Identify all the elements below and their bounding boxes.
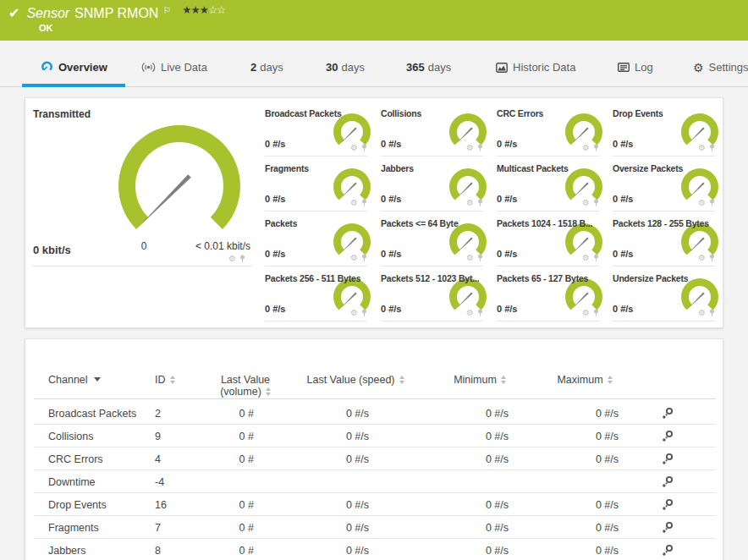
channel-id: 16 <box>155 499 167 511</box>
tab-live-data[interactable]: Live Data <box>141 61 207 74</box>
gauge-settings-gear-icon[interactable]: ⚙ <box>350 144 358 152</box>
channel-settings-icon[interactable] <box>662 544 674 557</box>
gauge-settings-gear-icon[interactable]: ⚙ <box>698 309 706 317</box>
channel-last-value-speed: 0 #/s <box>284 522 369 534</box>
column-header-last-value-speed[interactable]: Last Value (speed) <box>300 374 410 386</box>
sensor-title-row: ✔ Sensor SNMP RMON ⚐ ★★★☆☆ <box>8 4 225 22</box>
channel-gauge-cell: Packets 512 - 1023 Byt... 0 #/s ⚙ <box>374 266 490 321</box>
channel-gauge-value: 0 #/s <box>613 249 633 259</box>
channel-minimum: 0 #/s <box>424 453 509 465</box>
channel-table-row: Jabbers 8 0 # 0 #/s 0 #/s 0 #/s <box>34 539 716 560</box>
gauge-pin-icon[interactable] <box>476 309 484 317</box>
channel-gauge-cell: Packets 256 - 511 Bytes 0 #/s ⚙ <box>258 266 374 321</box>
gauge-pin-icon[interactable] <box>476 199 484 207</box>
channel-settings-icon[interactable] <box>662 498 674 511</box>
column-header-id[interactable]: ID <box>155 374 175 386</box>
gauge-pin-icon[interactable] <box>239 255 246 263</box>
gauge-settings-gear-icon[interactable]: ⚙ <box>582 144 590 152</box>
gauge-settings-gear-icon[interactable]: ⚙ <box>582 254 590 262</box>
channel-gauge-value: 0 #/s <box>613 304 633 314</box>
status-check-icon: ✔ <box>8 4 19 22</box>
channel-gauge-cell: Jabbers 0 #/s ⚙ <box>374 156 490 211</box>
gauge-pin-icon[interactable] <box>708 144 716 152</box>
channel-minimum: 0 #/s <box>424 408 509 420</box>
gauge-pin-icon[interactable] <box>360 309 368 317</box>
tab-overview[interactable]: Overview <box>41 61 107 74</box>
channel-gauge-label: Undersize Packets <box>613 273 688 283</box>
gauge-settings-gear-icon[interactable]: ⚙ <box>350 309 358 317</box>
tab-overview-label: Overview <box>58 61 107 74</box>
channel-gauge-cell: Collisions 0 #/s ⚙ <box>374 102 490 156</box>
gauge-pin-icon[interactable] <box>360 199 368 207</box>
gauge-pin-icon[interactable] <box>708 254 716 262</box>
tab-30-days[interactable]: 30 days <box>326 61 365 74</box>
gauge-pin-icon[interactable] <box>592 309 600 317</box>
gauge-pin-icon[interactable] <box>360 144 368 152</box>
channel-gauge-cell: Broadcast Packets 0 #/s ⚙ <box>258 102 374 156</box>
tab-30-days-label: days <box>341 61 364 74</box>
gauge-settings-gear-icon[interactable]: ⚙ <box>582 309 590 317</box>
channel-settings-icon[interactable] <box>662 453 674 465</box>
gauge-pin-icon[interactable] <box>360 254 368 262</box>
sort-icon <box>501 376 506 384</box>
gauge-settings-gear-icon[interactable]: ⚙ <box>350 199 358 207</box>
gauge-settings-gear-icon[interactable]: ⚙ <box>698 254 706 262</box>
channel-gauge-value: 0 #/s <box>497 249 517 259</box>
tab-log[interactable]: Log <box>618 61 653 74</box>
tab-settings[interactable]: ⚙ Settings <box>693 61 748 74</box>
gauge-pin-icon[interactable] <box>476 144 484 152</box>
gauge-pin-icon[interactable] <box>476 254 484 262</box>
gauge-pin-icon[interactable] <box>708 309 716 317</box>
gauge-settings-gear-icon[interactable]: ⚙ <box>698 144 706 152</box>
tab-historic-data[interactable]: Historic Data <box>496 61 575 74</box>
gauge-pin-icon[interactable] <box>708 199 716 207</box>
channel-id: -4 <box>155 476 164 488</box>
gauge-pin-icon[interactable] <box>592 254 600 262</box>
channel-settings-icon[interactable] <box>662 430 674 442</box>
column-header-channel[interactable]: Channel <box>48 374 101 386</box>
channel-last-value-speed: 0 #/s <box>284 499 369 511</box>
channel-gauge-label: Packets 128 - 255 Bytes <box>613 218 709 228</box>
gauge-settings-gear-icon[interactable]: ⚙ <box>228 255 236 263</box>
flag-icon[interactable]: ⚐ <box>162 5 171 16</box>
priority-stars[interactable]: ★★★☆☆ <box>182 4 225 16</box>
channel-gauge-cell: Packets 65 - 127 Bytes 0 #/s ⚙ <box>490 266 606 321</box>
channel-table-row: Broadcast Packets 2 0 # 0 #/s 0 #/s 0 #/… <box>34 402 716 425</box>
divider <box>34 398 716 399</box>
gauges-panel: Transmitted 0 < 0.01 kbit/s 0 kbit/s ⚙ B… <box>25 97 723 328</box>
gauge-settings-gear-icon[interactable]: ⚙ <box>466 254 474 262</box>
channel-settings-icon[interactable] <box>662 407 674 420</box>
channel-gauge-cell: Multicast Packets 0 #/s ⚙ <box>490 156 606 211</box>
gauge-settings-gear-icon[interactable]: ⚙ <box>350 254 358 262</box>
chart-icon <box>496 63 508 73</box>
gauge-settings-gear-icon[interactable]: ⚙ <box>466 199 474 207</box>
channel-name: Downtime <box>48 476 96 488</box>
channel-settings-icon[interactable] <box>662 521 674 534</box>
channel-gauge-label: Fragments <box>265 163 309 173</box>
channel-settings-icon[interactable] <box>662 475 674 488</box>
channel-last-value-volume: 0 # <box>169 431 254 442</box>
column-header-maximum[interactable]: Maximum <box>534 374 635 386</box>
channel-maximum: 0 #/s <box>534 499 619 511</box>
gauge-settings-gear-icon[interactable]: ⚙ <box>698 199 706 207</box>
channel-gauge-value: 0 #/s <box>497 194 517 204</box>
tab-2-days[interactable]: 2 days <box>250 61 283 74</box>
gauge-settings-gear-icon[interactable]: ⚙ <box>466 144 474 152</box>
channel-name: Collisions <box>48 431 94 442</box>
gauge-settings-gear-icon[interactable]: ⚙ <box>582 199 590 207</box>
tab-365-days[interactable]: 365 days <box>406 61 451 74</box>
main-gauge-value: 0 kbit/s <box>33 244 71 256</box>
channel-gauge-label: Drop Events <box>613 108 663 118</box>
channel-last-value-volume: 0 # <box>169 453 254 465</box>
sort-icon <box>608 376 613 384</box>
channel-gauge-label: Jabbers <box>381 163 414 173</box>
divider <box>32 266 252 266</box>
gauge-pin-icon[interactable] <box>592 144 600 152</box>
gauge-pin-icon[interactable] <box>592 199 600 207</box>
channels-table-panel: Channel ID Last Value(volume) Last Value… <box>25 338 723 560</box>
channel-gauge-label: Packets <= 64 Byte <box>381 218 459 228</box>
gauge-settings-gear-icon[interactable]: ⚙ <box>466 309 474 317</box>
column-header-last-value-volume[interactable]: Last Value(volume) <box>195 374 296 398</box>
column-header-minimum[interactable]: Minimum <box>429 374 531 386</box>
tab-log-label: Log <box>635 61 653 74</box>
